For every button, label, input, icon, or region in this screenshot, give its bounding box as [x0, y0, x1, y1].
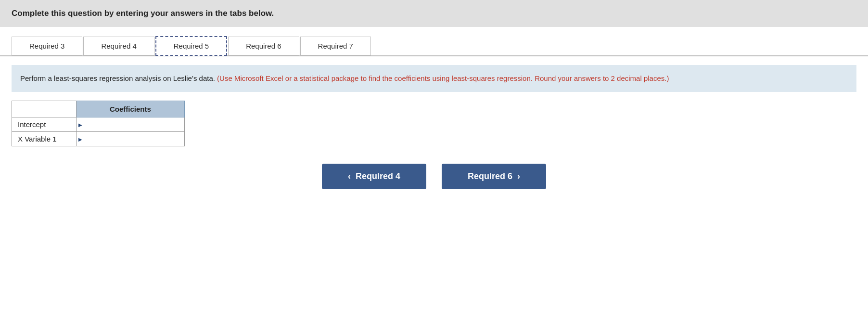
tab-required-5[interactable]: Required 5 — [155, 36, 227, 56]
empty-header — [12, 101, 77, 117]
table-section: Coefficients Intercept X Variable 1 — [12, 101, 856, 146]
xvariable1-input[interactable] — [77, 132, 184, 146]
tab-required-3[interactable]: Required 3 — [12, 37, 82, 55]
xvariable1-label: X Variable 1 — [12, 132, 77, 146]
coefficients-header: Coefficients — [76, 101, 184, 117]
coefficients-table: Coefficients Intercept X Variable 1 — [12, 101, 185, 146]
instruction-box: Perform a least-squares regression analy… — [12, 65, 856, 92]
tab-required-7[interactable]: Required 7 — [300, 37, 371, 55]
header-bar: Complete this question by entering your … — [0, 0, 868, 27]
nav-buttons: ‹ Required 4 Required 6 › — [0, 164, 868, 201]
tabs-container: Required 3 Required 4 Required 5 Require… — [0, 27, 868, 56]
content-area: Perform a least-squares regression analy… — [0, 56, 868, 146]
table-row: X Variable 1 — [12, 132, 185, 146]
next-icon: › — [517, 171, 520, 181]
instruction-text-before: Perform a least-squares regression analy… — [20, 74, 215, 82]
tab-required-6[interactable]: Required 6 — [228, 37, 299, 55]
next-label: Required 6 — [468, 171, 512, 181]
header-text: Complete this question by entering your … — [12, 9, 274, 18]
intercept-input[interactable] — [77, 117, 184, 131]
intercept-label: Intercept — [12, 117, 77, 132]
tab-required-4[interactable]: Required 4 — [83, 37, 154, 55]
instruction-text-red: (Use Microsoft Excel or a statistical pa… — [217, 74, 669, 82]
prev-label: Required 4 — [356, 171, 400, 181]
xvariable1-input-cell[interactable] — [76, 132, 184, 146]
prev-icon: ‹ — [348, 171, 351, 181]
table-row: Intercept — [12, 117, 185, 132]
intercept-input-cell[interactable] — [76, 117, 184, 132]
prev-button[interactable]: ‹ Required 4 — [322, 164, 426, 189]
next-button[interactable]: Required 6 › — [442, 164, 546, 189]
